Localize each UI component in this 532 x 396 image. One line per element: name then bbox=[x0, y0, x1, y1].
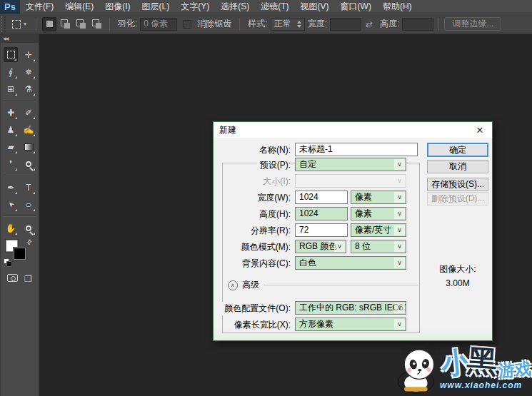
dialog-title-bar[interactable]: 新建 bbox=[214, 122, 492, 138]
style-select[interactable]: 正常 bbox=[271, 18, 305, 31]
menu-file[interactable]: 文件(F) bbox=[20, 0, 59, 14]
add-to-selection-button[interactable] bbox=[58, 17, 72, 31]
dodge-tool[interactable] bbox=[21, 156, 36, 171]
menu-window[interactable]: 窗口(W) bbox=[335, 0, 377, 14]
swap-colors-icon[interactable]: ⇄ bbox=[25, 238, 34, 246]
brush-tool[interactable]: ✐ bbox=[21, 105, 36, 120]
feather-label: 羽化: bbox=[118, 18, 137, 30]
resolution-unit-value: 像素/英寸 bbox=[355, 225, 391, 235]
close-icon[interactable]: ✕ bbox=[468, 122, 492, 138]
background-select[interactable]: 白色 ∨ bbox=[295, 256, 406, 270]
refine-edge-button[interactable]: 调整边缘... bbox=[444, 17, 501, 31]
size-label: 大小(I): bbox=[260, 175, 291, 188]
color-profile-select[interactable]: 工作中的 RGB: sRGB IEC6196... ∨ bbox=[295, 301, 406, 315]
chevron-down-icon: ∨ bbox=[394, 176, 405, 186]
collapse-section-icon: « bbox=[228, 280, 238, 290]
hand-tool[interactable]: ✋ bbox=[4, 220, 18, 235]
bit-depth-select[interactable]: 8 位 ∨ bbox=[351, 240, 406, 253]
magic-wand-tool[interactable]: ✵ bbox=[21, 64, 36, 79]
panel-collapse-icon[interactable]: ◀◀ bbox=[1, 34, 39, 43]
advanced-label: 高级 bbox=[242, 279, 259, 291]
tool-preset-picker[interactable]: ▾ bbox=[8, 20, 31, 29]
cancel-button[interactable]: 取消 bbox=[427, 160, 488, 173]
pen-icon: ✒ bbox=[7, 183, 14, 193]
clone-stamp-tool[interactable]: ♟ bbox=[4, 122, 18, 137]
move-tool[interactable]: ✛ bbox=[21, 47, 36, 62]
menu-view[interactable]: 视图(V) bbox=[295, 0, 335, 14]
menu-image[interactable]: 图像(I) bbox=[99, 0, 136, 14]
color-mode-label: 颜色模式(M): bbox=[239, 240, 291, 254]
resolution-unit-select[interactable]: 像素/英寸 ∨ bbox=[351, 223, 406, 237]
swap-dimensions-icon[interactable]: ⇄ bbox=[366, 19, 373, 29]
save-preset-button[interactable]: 存储预设(S)... bbox=[427, 178, 488, 191]
menu-bar: Ps 文件(F) 编辑(E) 图像(I) 图层(L) 文字(Y) 选择(S) 滤… bbox=[0, 0, 532, 14]
height-input[interactable] bbox=[402, 18, 433, 31]
default-colors-icon[interactable] bbox=[4, 258, 11, 265]
chevron-down-icon: ∨ bbox=[394, 159, 405, 170]
eraser-tool[interactable]: ▰ bbox=[4, 139, 18, 154]
menu-layer[interactable]: 图层(L) bbox=[136, 0, 176, 14]
width-input[interactable] bbox=[330, 18, 361, 31]
subtract-from-selection-icon bbox=[76, 19, 86, 29]
watermark-text-youxi: 游戏 bbox=[498, 357, 532, 382]
gradient-tool[interactable] bbox=[21, 139, 36, 154]
blur-tool[interactable]: ❜ bbox=[4, 156, 18, 171]
rectangular-marquee-tool[interactable] bbox=[4, 47, 18, 62]
panda-mascot-icon bbox=[393, 343, 444, 395]
width-label: 宽度: bbox=[308, 18, 327, 30]
height-unit-select[interactable]: 像素 ∨ bbox=[351, 207, 406, 220]
pixel-aspect-select[interactable]: 方形像素 ∨ bbox=[295, 318, 406, 331]
type-tool[interactable]: T bbox=[21, 180, 36, 195]
menu-help[interactable]: 帮助(H) bbox=[377, 0, 418, 14]
intersect-selection-button[interactable] bbox=[89, 17, 104, 31]
bit-depth-value: 8 位 bbox=[355, 241, 371, 251]
height-label: 高度: bbox=[380, 18, 399, 30]
menu-type[interactable]: 文字(Y) bbox=[175, 0, 215, 14]
preset-select[interactable]: 自定 ∨ bbox=[295, 158, 406, 171]
dialog-title: 新建 bbox=[214, 124, 236, 136]
name-input[interactable]: 未标题-1 bbox=[295, 143, 418, 156]
ok-button[interactable]: 确定 bbox=[427, 143, 488, 157]
path-selection-tool[interactable]: ➤ bbox=[4, 197, 18, 212]
eyedropper-icon: ⚗ bbox=[25, 84, 33, 94]
menu-select[interactable]: 选择(S) bbox=[215, 0, 255, 14]
color-mode-select[interactable]: RGB 颜色 ∨ bbox=[295, 240, 346, 253]
new-selection-icon bbox=[46, 21, 53, 27]
move-icon: ✛ bbox=[25, 50, 32, 60]
resolution-input[interactable]: 72 bbox=[295, 223, 348, 237]
tool-group-divider bbox=[4, 100, 36, 101]
hand-icon: ✋ bbox=[6, 223, 16, 233]
pixel-aspect-value: 方形像素 bbox=[299, 319, 333, 329]
separator bbox=[36, 18, 36, 31]
history-brush-tool[interactable]: ✍ bbox=[21, 122, 36, 137]
eyedropper-tool[interactable]: ⚗ bbox=[21, 81, 36, 96]
history-brush-icon: ✍ bbox=[24, 125, 34, 135]
magic-wand-icon: ✵ bbox=[25, 67, 32, 77]
background-label: 背景内容(C): bbox=[239, 257, 291, 270]
antialias-checkbox[interactable] bbox=[183, 20, 191, 29]
height-input[interactable]: 1024 bbox=[295, 207, 348, 220]
feather-input[interactable]: 0 像素 bbox=[140, 18, 177, 31]
zoom-tool[interactable] bbox=[21, 220, 36, 235]
pen-tool[interactable]: ✒ bbox=[4, 180, 18, 195]
path-selection-icon: ➤ bbox=[6, 200, 16, 210]
color-profile-value: 工作中的 RGB: sRGB IEC6196... bbox=[299, 303, 406, 313]
new-selection-button[interactable] bbox=[42, 17, 56, 31]
screen-mode-button[interactable]: ❐ bbox=[24, 274, 32, 284]
width-input[interactable]: 1024 bbox=[295, 191, 348, 204]
crop-tool[interactable]: ⊞ bbox=[4, 81, 18, 96]
quick-mask-button[interactable] bbox=[7, 274, 18, 282]
subtract-from-selection-button[interactable] bbox=[74, 17, 88, 31]
menu-edit[interactable]: 编辑(E) bbox=[59, 0, 99, 14]
background-color-swatch[interactable] bbox=[14, 248, 26, 260]
menu-filter[interactable]: 滤镜(T) bbox=[255, 0, 294, 14]
advanced-section-header[interactable]: « 高级 bbox=[228, 279, 418, 291]
lasso-tool[interactable]: ∮ bbox=[4, 64, 18, 79]
options-bar-gripper[interactable] bbox=[1, 16, 6, 32]
type-icon: T bbox=[26, 183, 31, 193]
width-unit-select[interactable]: 像素 ∨ bbox=[351, 191, 406, 204]
healing-brush-tool[interactable]: ✚ bbox=[4, 105, 18, 120]
ellipse-tool[interactable]: ○ bbox=[21, 197, 36, 212]
preset-value: 自定 bbox=[299, 159, 316, 169]
watermark-text-hei: 黑 bbox=[466, 341, 498, 383]
